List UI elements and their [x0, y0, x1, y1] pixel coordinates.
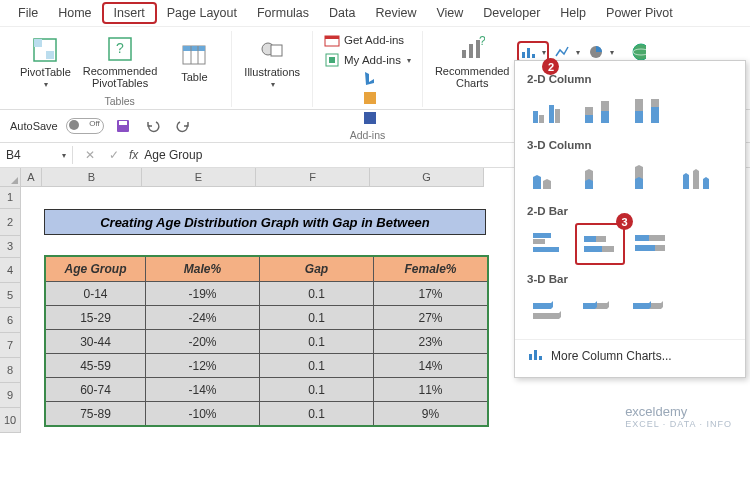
stacked-bar-option[interactable]: 3 [575, 223, 625, 265]
name-box-value: B4 [6, 148, 21, 162]
tab-help[interactable]: Help [550, 4, 596, 22]
my-addins-label: My Add-ins [344, 54, 401, 66]
col-header-b[interactable]: B [42, 168, 142, 187]
get-addins-button[interactable]: Get Add-ins [321, 31, 407, 49]
svg-rect-1 [34, 39, 42, 47]
svg-rect-64 [529, 354, 532, 360]
dropdown-icon: ▾ [576, 48, 580, 57]
maps-button[interactable] [627, 43, 649, 61]
table-icon [180, 41, 208, 69]
svg-rect-52 [651, 107, 659, 123]
undo-button[interactable] [142, 115, 164, 137]
3d-clustered-bar-option[interactable] [525, 291, 573, 331]
row-header[interactable]: 8 [0, 358, 21, 383]
header-age-group[interactable]: Age Group [45, 256, 146, 282]
fx-icon[interactable]: fx [129, 148, 138, 162]
stacked-column-option[interactable] [575, 91, 623, 131]
name-box[interactable]: B4 ▾ [0, 146, 73, 164]
dropdown-icon: ▾ [407, 56, 411, 65]
more-column-charts-button[interactable]: More Column Charts... [515, 339, 745, 371]
tab-formulas[interactable]: Formulas [247, 4, 319, 22]
recommended-charts-button[interactable]: ? Recommended Charts [431, 33, 514, 91]
100-stacked-column-option[interactable] [625, 91, 673, 131]
3d-stacked-column-option[interactable] [575, 157, 623, 197]
save-button[interactable] [112, 115, 134, 137]
ribbon-tabs: File Home Insert Page Layout Formulas Da… [0, 0, 750, 27]
tab-review[interactable]: Review [365, 4, 426, 22]
row-header[interactable]: 2 [0, 209, 21, 236]
col-header-f[interactable]: F [256, 168, 370, 187]
row-header[interactable]: 1 [0, 187, 21, 209]
svg-rect-48 [601, 111, 609, 123]
header-female[interactable]: Female% [374, 256, 489, 282]
3d-100-stacked-bar-option[interactable] [625, 291, 673, 331]
svg-rect-10 [271, 45, 282, 56]
row-header[interactable]: 9 [0, 383, 21, 408]
people-graph-button[interactable] [359, 89, 381, 107]
svg-rect-17 [462, 50, 466, 58]
data-table[interactable]: Age Group Male% Gap Female% 0-14-19%0.11… [44, 255, 489, 427]
tab-view[interactable]: View [426, 4, 473, 22]
visio-icon [362, 110, 378, 126]
tab-power-pivot[interactable]: Power Pivot [596, 4, 683, 22]
svg-rect-16 [364, 112, 376, 124]
table-row: 15-29-24%0.127% [45, 306, 488, 330]
svg-rect-50 [635, 111, 643, 123]
row-header[interactable]: 6 [0, 308, 21, 333]
3d-clustered-column-option[interactable] [525, 157, 573, 197]
row-header[interactable]: 7 [0, 333, 21, 358]
row-header[interactable]: 5 [0, 283, 21, 308]
my-addins-button[interactable]: My Add-ins ▾ [321, 51, 414, 69]
store-icon [324, 32, 340, 48]
recommended-pivottables-button[interactable]: ? Recommended PivotTables [79, 33, 162, 91]
svg-rect-55 [533, 247, 559, 252]
header-gap[interactable]: Gap [260, 256, 374, 282]
formula-bar[interactable]: Age Group [144, 148, 202, 162]
row-header[interactable]: 4 [0, 258, 21, 283]
tab-data[interactable]: Data [319, 4, 365, 22]
group-tables-label: Tables [105, 93, 135, 107]
get-addins-label: Get Add-ins [344, 34, 404, 46]
pivottable-label: PivotTable [20, 66, 71, 78]
shapes-icon [258, 36, 286, 64]
3d-100-stacked-column-option[interactable] [625, 157, 673, 197]
svg-text:?: ? [479, 36, 485, 48]
bing-maps-button[interactable] [359, 69, 381, 87]
table-button[interactable]: Table [165, 39, 223, 85]
clustered-column-option[interactable] [525, 91, 573, 131]
header-male[interactable]: Male% [146, 256, 260, 282]
addins-icon [324, 52, 340, 68]
recommended-pt-icon: ? [106, 35, 134, 63]
enter-icon[interactable]: ✓ [105, 148, 123, 162]
column-chart-icon [520, 44, 536, 60]
tab-page-layout[interactable]: Page Layout [157, 4, 247, 22]
col-header-g[interactable]: G [370, 168, 484, 187]
100-stacked-bar-option[interactable] [627, 223, 675, 263]
row-header[interactable]: 10 [0, 408, 21, 433]
svg-rect-61 [635, 235, 649, 241]
table-row: 30-44-20%0.123% [45, 330, 488, 354]
3d-stacked-bar-option[interactable] [575, 291, 623, 331]
tab-developer[interactable]: Developer [473, 4, 550, 22]
visio-button[interactable] [359, 109, 381, 127]
table-label: Table [181, 71, 207, 83]
svg-rect-42 [539, 115, 544, 123]
illustrations-button[interactable]: Illustrations▾ [240, 34, 304, 91]
autosave-toggle[interactable]: Off [66, 118, 104, 134]
row-header[interactable]: 3 [0, 236, 21, 258]
section-2d-bar: 2-D Bar [527, 205, 745, 217]
3d-column-option[interactable] [675, 157, 723, 197]
select-all-button[interactable] [0, 168, 21, 187]
table-row: 75-89-10%0.19% [45, 402, 488, 427]
col-header-a[interactable]: A [21, 168, 42, 187]
recommended-charts-label: Recommended Charts [435, 65, 510, 89]
col-header-e[interactable]: E [142, 168, 256, 187]
tab-file[interactable]: File [8, 4, 48, 22]
cancel-icon[interactable]: ✕ [81, 148, 99, 162]
redo-button[interactable] [172, 115, 194, 137]
sheet-title[interactable]: Creating Age Distribution Graph with Gap… [44, 209, 486, 235]
pivottable-button[interactable]: PivotTable▾ [16, 34, 75, 91]
clustered-bar-option[interactable] [525, 223, 573, 263]
tab-insert[interactable]: Insert [102, 2, 157, 24]
tab-home[interactable]: Home [48, 4, 101, 22]
